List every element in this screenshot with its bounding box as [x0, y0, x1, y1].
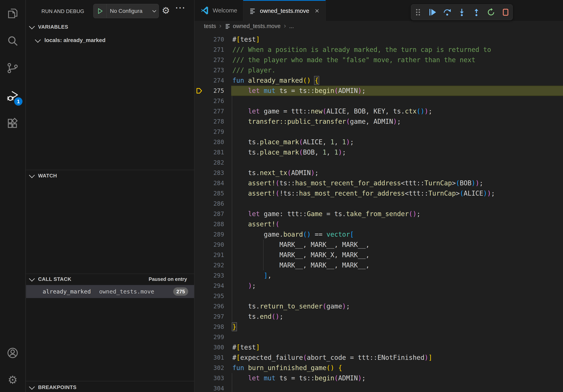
editor-gutter[interactable]: 274 — [194, 75, 231, 86]
editor-gutter[interactable]: 289 — [194, 229, 231, 240]
code-line-content: ts.place_mark(BOB, 1, 1); — [231, 147, 563, 157]
call-stack-frame-row[interactable]: already_marked owned_tests.move 275 — [26, 285, 194, 298]
editor-gutter[interactable]: 272 — [194, 55, 231, 65]
debug-restart-button[interactable] — [486, 8, 496, 17]
editor-gutter[interactable]: 284 — [194, 178, 231, 188]
debug-settings-gear-icon[interactable]: ⚙ — [162, 5, 170, 16]
editor-gutter[interactable]: 275 — [194, 86, 231, 96]
editor-gutter[interactable]: 293 — [194, 270, 231, 281]
line-number: 280 — [205, 137, 224, 147]
activity-bar-item-source-control[interactable] — [0, 55, 25, 81]
editor-gutter[interactable]: 280 — [194, 137, 231, 147]
code-line-content: assert!(ts::has_most_recent_for_address<… — [231, 178, 563, 188]
debug-continue-button[interactable] — [428, 8, 437, 17]
editor-gutter[interactable]: 277 — [194, 106, 231, 117]
line-number: 296 — [205, 301, 224, 312]
code-line: 290 MARK__, MARK__, MARK__, — [194, 240, 563, 250]
call-stack-section-header[interactable]: CALL STACK Paused on entry — [26, 275, 194, 283]
activity-bar-item-settings-gear[interactable]: ⚙ — [0, 367, 25, 392]
activity-bar-item-search[interactable] — [0, 28, 25, 54]
editor-gutter[interactable]: 301 — [194, 353, 231, 363]
activity-bar-item-files[interactable] — [0, 1, 25, 26]
code-line: 299 — [194, 332, 563, 342]
variables-section-header[interactable]: VARIABLES — [26, 22, 194, 32]
editor-gutter[interactable]: 302 — [194, 363, 231, 373]
code-line-content: /// player. — [231, 65, 563, 75]
code-line-content: ts.return_to_sender(game); — [231, 301, 563, 312]
editor-gutter[interactable]: 285 — [194, 188, 231, 198]
editor-gutter[interactable]: 286 — [194, 198, 231, 209]
call-stack-label: CALL STACK — [38, 276, 71, 282]
editor-gutter[interactable]: 273 — [194, 65, 231, 75]
tab-owned-tests-move[interactable]: owned_tests.move — [243, 0, 325, 21]
section-divider — [26, 274, 194, 274]
editor-gutter[interactable]: 300 — [194, 342, 231, 353]
activity-bar-item-debug[interactable]: 1 — [0, 83, 25, 109]
code-line-content: #[expected_failure(abort_code = ttt::ENo… — [231, 353, 563, 363]
editor-gutter[interactable]: 276 — [194, 96, 231, 106]
code-line: 284 assert!(ts::has_most_recent_for_addr… — [194, 178, 563, 188]
code-line-content — [231, 198, 563, 209]
account-icon — [7, 347, 19, 359]
code-line-content: game.board() == vector[ — [231, 229, 563, 240]
editor-gutter[interactable]: 287 — [194, 209, 231, 219]
editor-gutter[interactable]: 296 — [194, 301, 231, 312]
activity-bar-item-extensions[interactable] — [0, 111, 25, 136]
frame-line-badge: 275 — [173, 287, 188, 296]
variables-scope-locals[interactable]: locals: already_marked — [26, 36, 194, 45]
code-line-content: fun burn_unfinished_game() { — [231, 363, 563, 373]
editor-gutter[interactable]: 295 — [194, 291, 231, 301]
line-number: 270 — [205, 34, 224, 45]
extensions-icon — [7, 117, 19, 130]
debug-step-into-button[interactable] — [457, 8, 466, 17]
line-number: 282 — [205, 157, 224, 168]
tab-welcome[interactable]: Welcome — [194, 0, 243, 21]
indent-guide — [232, 127, 232, 137]
breadcrumb-item[interactable]: ... — [289, 23, 294, 29]
editor-gutter[interactable]: 297 — [194, 312, 231, 322]
editor-gutter[interactable]: 299 — [194, 332, 231, 342]
line-number: 302 — [205, 363, 224, 373]
section-divider — [26, 170, 194, 170]
launch-configuration-dropdown[interactable]: No Configura — [93, 4, 159, 18]
debug-step-out-button[interactable] — [472, 8, 481, 17]
debug-stop-button[interactable] — [501, 8, 510, 17]
editor-gutter[interactable]: 298 — [194, 322, 231, 332]
start-debugging-icon[interactable] — [93, 4, 107, 18]
close-icon[interactable] — [314, 8, 320, 13]
breadcrumb-item[interactable]: owned_tests.move — [233, 23, 281, 29]
breadcrumb-item[interactable]: tests — [204, 23, 216, 29]
vscode-window: 1⚙ RUN AND DEBUG No Configura ⚙ ··· VARI… — [0, 0, 563, 392]
editor-gutter[interactable]: 270 — [194, 34, 231, 45]
code-line: 271/// When a position is already marked… — [194, 45, 563, 55]
watch-section-header[interactable]: WATCH — [26, 171, 194, 180]
editor-gutter[interactable]: 278 — [194, 117, 231, 127]
code-line: 278 transfer::public_transfer(game, ADMI… — [194, 117, 563, 127]
editor-gutter[interactable]: 281 — [194, 147, 231, 157]
editor-gutter[interactable]: 303 — [194, 373, 231, 383]
editor-gutter[interactable]: 292 — [194, 260, 231, 270]
code-line: 304 — [194, 383, 563, 392]
editor-gutter[interactable]: 283 — [194, 168, 231, 178]
editor-gutter[interactable]: 279 — [194, 127, 231, 137]
editor-gutter[interactable]: 294 — [194, 281, 231, 291]
editor-gutter[interactable]: 290 — [194, 240, 231, 250]
editor-gutter[interactable]: 304 — [194, 383, 231, 392]
sidebar-title: RUN AND DEBUG — [41, 8, 84, 14]
code-line-content: MARK__, MARK__, MARK__, — [231, 260, 563, 270]
line-number: 295 — [205, 291, 224, 301]
code-line: 276 — [194, 96, 563, 106]
code-line-content: let game: ttt::Game = ts.take_from_sende… — [231, 209, 563, 219]
code-line: 292 MARK__, MARK__, MARK__, — [194, 260, 563, 270]
debug-grip-button[interactable] — [413, 8, 422, 17]
editor-gutter[interactable]: 282 — [194, 157, 231, 168]
section-divider — [26, 381, 194, 381]
editor-gutter[interactable]: 288 — [194, 219, 231, 229]
breakpoints-section-header[interactable]: BREAKPOINTS — [26, 382, 194, 392]
editor-gutter[interactable]: 291 — [194, 250, 231, 260]
more-actions-icon[interactable]: ··· — [176, 3, 186, 13]
line-number: 276 — [205, 96, 224, 106]
editor-gutter[interactable]: 271 — [194, 45, 231, 55]
activity-bar-item-account[interactable] — [0, 340, 25, 366]
debug-step-over-button[interactable] — [443, 8, 452, 17]
